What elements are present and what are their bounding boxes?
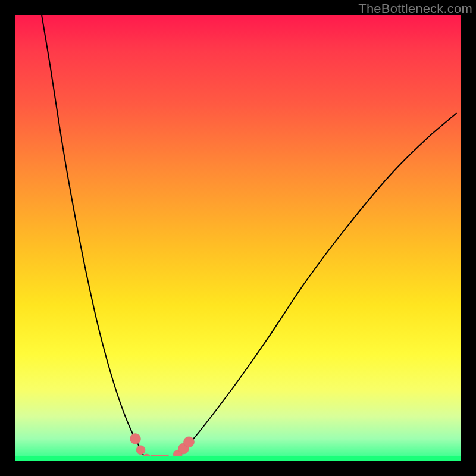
data-marker-5: [184, 437, 195, 447]
watermark-text: TheBottleneck.com: [358, 1, 472, 17]
green-baseline-band: [15, 456, 461, 461]
chart-plot-area: [15, 15, 461, 461]
curve-left-branch: [42, 15, 149, 461]
data-marker-1: [136, 446, 145, 455]
chart-svg: [15, 15, 461, 461]
curve-right-branch: [171, 113, 457, 461]
chart-frame: TheBottleneck.com: [0, 0, 476, 476]
data-marker-0: [130, 434, 141, 444]
